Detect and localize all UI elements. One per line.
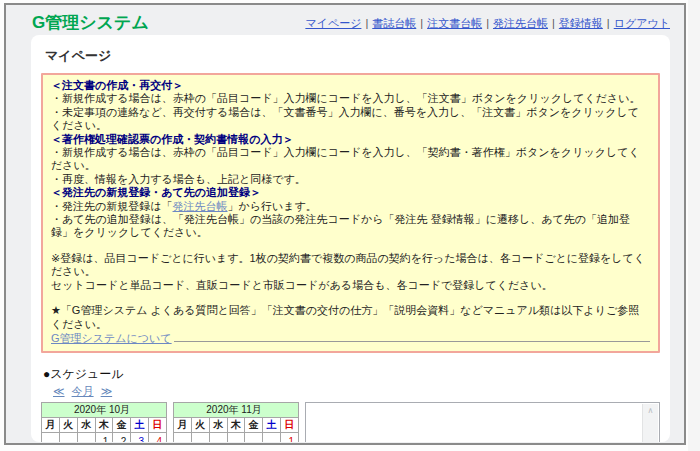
calendar-day-cell	[59, 433, 77, 442]
notice-line: ・未定事項の連絡など、再交付する場合は、「文書番号」入力欄に、番号を入力し、「注…	[51, 106, 650, 133]
nav-separator: |	[552, 17, 555, 29]
calendar-october: 2020年 10月月火水木金土日123456789101112131415161…	[41, 402, 167, 442]
spacer	[51, 240, 650, 252]
memo-scrollbar[interactable]: ∧ ∨	[642, 404, 658, 442]
calendar-day-header: 日	[281, 418, 299, 433]
app-title: G管理システム	[32, 11, 149, 34]
calendar-day-cell	[191, 433, 209, 442]
calendar-day-header: 火	[59, 418, 77, 433]
nav-link-logout[interactable]: ログアウト	[614, 17, 670, 29]
calendar-title: 2020年 11月	[174, 403, 299, 418]
next-month-link[interactable]: ≫	[101, 385, 113, 397]
calendar-day-cell: 1	[281, 433, 299, 442]
nav-link-registration-info[interactable]: 登録情報	[559, 17, 603, 29]
calendar-navigation: ≪ 今月 ≫	[53, 384, 660, 399]
calendar-day-cell	[77, 433, 95, 442]
nav-link-order-ledger[interactable]: 注文書台帳	[427, 17, 482, 29]
notice-line: ・あて先の追加登録は、「発注先台帳」の当該の発注先コードから「発注先 登録情報」…	[51, 213, 650, 240]
divider	[174, 341, 650, 342]
calendar-day-header: 月	[174, 418, 192, 433]
notice-line-suffix: 」から行います。	[228, 200, 317, 212]
notice-section-heading-order: ＜注文書の作成・再交付＞	[51, 79, 650, 92]
top-navigation: マイページ|書誌台帳|注文書台帳|発注先台帳|登録情報|ログアウト	[305, 16, 670, 31]
manual-note: ★「G管理システム よくある質問と回答」「注文書の交付の仕方」「説明会資料」など…	[51, 304, 650, 331]
notice-note: セットコードと単品コード、直販コードと市販コードがある場合も、各コードで登録して…	[51, 279, 650, 292]
notice-line: ・新規作成する場合は、赤枠の「品目コード」入力欄にコードを入力し、「契約書・著作…	[51, 146, 650, 173]
notice-section-heading-copyright: ＜著作権処理確認票の作成・契約書情報の入力＞	[51, 133, 650, 146]
notice-section-heading-supplier: ＜発注先の新規登録・あて先の追加登録＞	[51, 186, 650, 199]
notice-line: ・新規作成する場合は、赤枠の「品目コード」入力欄にコードを入力し、「注文書」ボタ…	[51, 92, 650, 105]
calendar-day-cell	[174, 433, 192, 442]
schedule-row: 2020年 10月月火水木金土日123456789101112131415161…	[41, 402, 660, 442]
notice-note: ※登録は、品目コードごとに行います。1枚の契約書で複数の商品の契約を行った場合は…	[51, 252, 650, 279]
calendar-day-header: 木	[227, 418, 245, 433]
calendar-day-cell	[227, 433, 245, 442]
calendar-day-header: 土	[263, 418, 281, 433]
calendar-day-cell: 2	[113, 433, 131, 442]
nav-separator: |	[607, 17, 610, 29]
notice-box: ＜注文書の作成・再交付＞ ・新規作成する場合は、赤枠の「品目コード」入力欄にコー…	[41, 73, 660, 353]
calendar-day-header: 土	[131, 418, 149, 433]
calendar-day-header: 月	[42, 418, 60, 433]
calendar-day-header: 水	[77, 418, 95, 433]
nav-link-mypage[interactable]: マイページ	[305, 17, 361, 29]
prev-month-link[interactable]: ≪	[53, 385, 65, 397]
calendar-day-header: 木	[95, 418, 113, 433]
calendar-day-cell: 4	[149, 433, 167, 442]
nav-link-supplier-ledger[interactable]: 発注先台帳	[493, 17, 548, 29]
nav-separator: |	[365, 17, 368, 29]
spacer	[51, 292, 650, 304]
window-edge-strip	[688, 0, 700, 451]
calendar-day-cell	[42, 433, 60, 442]
notice-line: ・再度、情報を入力する場合も、上記と同様です。	[51, 173, 650, 186]
calendar-day-cell: 3	[131, 433, 149, 442]
calendar-day-cell	[209, 433, 227, 442]
browser-page-frame: G管理システム マイページ|書誌台帳|注文書台帳|発注先台帳|登録情報|ログアウ…	[4, 3, 686, 445]
calendar-november: 2020年 11月月火水木金土日123456789101112131415161…	[173, 402, 299, 442]
about-system-link[interactable]: G管理システムについて	[51, 332, 172, 345]
schedule-memo-box[interactable]: ∧ ∨	[305, 402, 660, 442]
supplier-ledger-link[interactable]: 発注先台帳	[173, 200, 228, 212]
nav-separator: |	[486, 17, 489, 29]
calendar-day-cell: 1	[95, 433, 113, 442]
content-card: マイページ ＜注文書の作成・再交付＞ ・新規作成する場合は、赤枠の「品目コード」…	[31, 35, 670, 442]
calendar-day-header: 水	[209, 418, 227, 433]
calendar-day-cell	[263, 433, 281, 442]
schedule-heading: ●スケジュール	[43, 366, 660, 383]
calendar-day-header: 金	[113, 418, 131, 433]
calendar-title: 2020年 10月	[42, 403, 167, 418]
nav-separator: |	[420, 17, 423, 29]
nav-link-bibliography-ledger[interactable]: 書誌台帳	[372, 17, 416, 29]
scroll-up-icon[interactable]: ∧	[648, 404, 654, 418]
current-month-link[interactable]: 今月	[72, 385, 94, 397]
page-title: マイページ	[45, 47, 660, 65]
calendar-day-header: 日	[149, 418, 167, 433]
calendar-day-header: 火	[191, 418, 209, 433]
notice-line: ・発注先の新規登録は「発注先台帳」から行います。	[51, 200, 650, 213]
notice-line-prefix: ・発注先の新規登録は「	[51, 200, 173, 212]
calendar-day-cell	[245, 433, 263, 442]
calendar-day-header: 金	[245, 418, 263, 433]
